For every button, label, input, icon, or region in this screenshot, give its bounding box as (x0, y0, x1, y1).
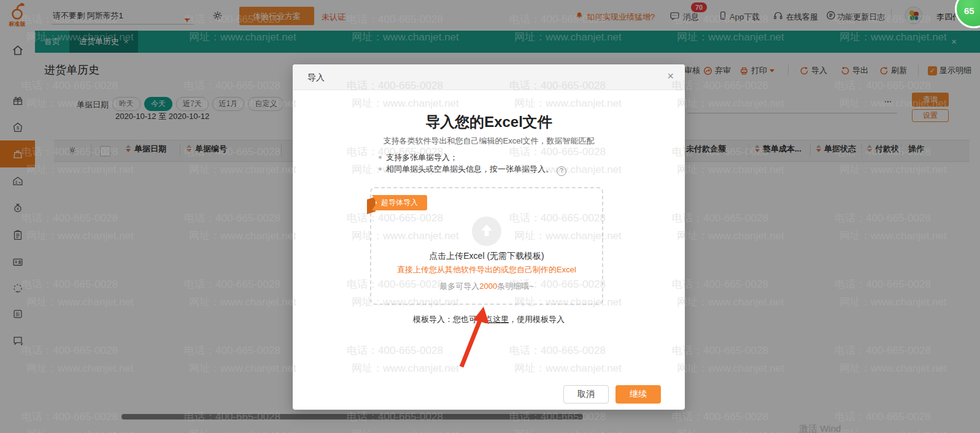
upload-icon[interactable] (472, 216, 501, 246)
modal-header: 导入 × (293, 64, 685, 90)
continue-button[interactable]: 继续 (615, 385, 661, 404)
modal-header-title: 导入 (307, 72, 325, 83)
limit-number: 2000 (479, 282, 497, 291)
modal-subtitle: 支持各类软件导出和您自己编辑的Excel文件，数据智能匹配 (293, 136, 685, 147)
cancel-button[interactable]: 取消 (563, 385, 609, 404)
corner-badge-count: 65 (964, 6, 974, 16)
modal-title: 导入您的Excel文件 (293, 112, 685, 132)
import-modal: 导入 × 导入您的Excel文件 支持各类软件导出和您自己编辑的Excel文件，… (293, 64, 685, 410)
bullet-item: 相同单据头或空单据头信息，按一张单据导入。? (379, 163, 566, 176)
upload-main-text: 点击上传Excel (无需下载模板) (371, 251, 602, 262)
upload-sub-link[interactable]: 直接上传您从其他软件导出的或您自己制作的Excel (371, 264, 602, 275)
close-icon[interactable]: × (667, 70, 674, 83)
modal-bullet-list: 支持多张单据导入； 相同单据头或空单据头信息，按一张单据导入。? (379, 151, 566, 176)
bullet-dot-icon (379, 167, 382, 171)
bullet-item: 支持多张单据导入； (379, 151, 566, 163)
upload-limit-text: 最多可导入2000条明细哦~ (371, 281, 602, 292)
upload-dropzone[interactable]: 超导体导入 点击上传Excel (无需下载模板) 直接上传您从其他软件导出的或您… (370, 187, 603, 305)
help-icon[interactable]: ? (557, 166, 566, 176)
ribbon-fold (367, 197, 376, 215)
bullet-dot-icon (379, 156, 382, 159)
red-annotation-arrow (451, 305, 495, 372)
superconductor-ribbon: 超导体导入 (372, 195, 427, 210)
app-window: 标准版 请不要删 阿斯蒂芬1 体验行业方案 未认证 如何实现业绩猛增? (0, 0, 980, 433)
